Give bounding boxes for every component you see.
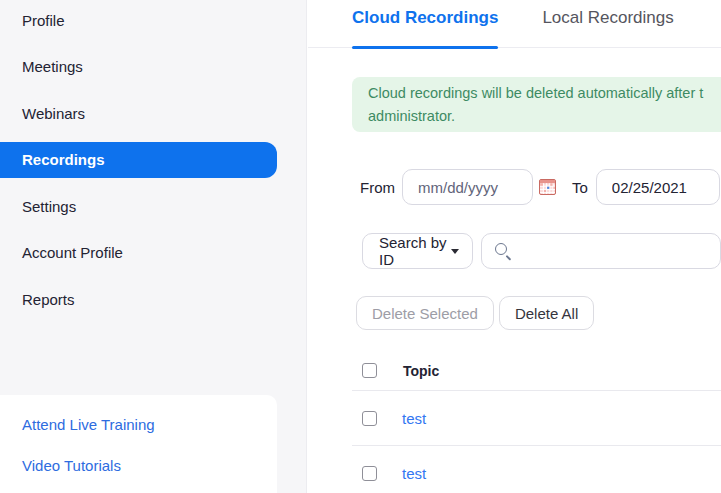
from-date-input[interactable]	[402, 169, 533, 205]
from-label: From	[360, 179, 395, 196]
zoom-web-portal: Profile Meetings Webinars Recordings Set…	[0, 0, 721, 493]
sidebar-footer-card: Attend Live Training Video Tutorials	[0, 395, 277, 493]
table-row: test	[352, 446, 721, 493]
sidebar-item-recordings[interactable]: Recordings	[0, 142, 277, 178]
topic-column-header: Topic	[403, 363, 439, 379]
calendar-icon[interactable]	[539, 179, 556, 195]
table-row: test	[352, 391, 721, 446]
sidebar-nav: Profile Meetings Webinars Recordings Set…	[0, 0, 306, 323]
banner-line-2: administrator.	[368, 105, 721, 128]
table-header-row: Topic	[352, 351, 721, 391]
recordings-table: Topic test test	[352, 351, 721, 493]
sidebar: Profile Meetings Webinars Recordings Set…	[0, 0, 307, 493]
recording-topic-link[interactable]: test	[402, 465, 426, 482]
search-input[interactable]	[481, 233, 721, 269]
retention-notice-banner: Cloud recordings will be deleted automat…	[352, 77, 721, 132]
sidebar-item-profile[interactable]: Profile	[0, 0, 306, 44]
sidebar-item-settings[interactable]: Settings	[0, 183, 306, 230]
search-filter-row: Search by ID	[362, 233, 721, 269]
sidebar-item-account-profile[interactable]: Account Profile	[0, 230, 306, 277]
row-checkbox[interactable]	[362, 411, 377, 426]
search-by-dropdown[interactable]: Search by ID	[362, 233, 473, 269]
delete-all-button[interactable]: Delete All	[499, 296, 594, 330]
date-filter-row: From	[360, 169, 721, 205]
chevron-down-icon	[451, 249, 459, 254]
attend-live-training-link[interactable]: Attend Live Training	[0, 404, 277, 445]
sidebar-item-webinars[interactable]: Webinars	[0, 90, 306, 137]
recordings-tabs: Cloud Recordings Local Recordings	[308, 0, 721, 48]
search-by-selected-value: Search by ID	[379, 234, 451, 268]
recordings-page: Cloud Recordings Local Recordings Cloud …	[308, 0, 721, 493]
video-tutorials-link[interactable]: Video Tutorials	[0, 445, 277, 486]
sidebar-item-meetings[interactable]: Meetings	[0, 44, 306, 91]
to-label: To	[572, 179, 588, 196]
banner-line-1: Cloud recordings will be deleted automat…	[368, 82, 721, 105]
recording-topic-link[interactable]: test	[402, 410, 426, 427]
sidebar-item-reports[interactable]: Reports	[0, 276, 306, 323]
row-checkbox[interactable]	[362, 466, 377, 481]
tab-local-recordings[interactable]: Local Recordings	[542, 0, 673, 47]
search-field	[481, 233, 721, 269]
bulk-actions-row: Delete Selected Delete All	[356, 296, 721, 330]
delete-selected-button[interactable]: Delete Selected	[356, 296, 494, 330]
tab-cloud-recordings[interactable]: Cloud Recordings	[352, 0, 498, 47]
select-all-checkbox[interactable]	[362, 363, 377, 378]
to-date-input[interactable]	[596, 169, 720, 205]
